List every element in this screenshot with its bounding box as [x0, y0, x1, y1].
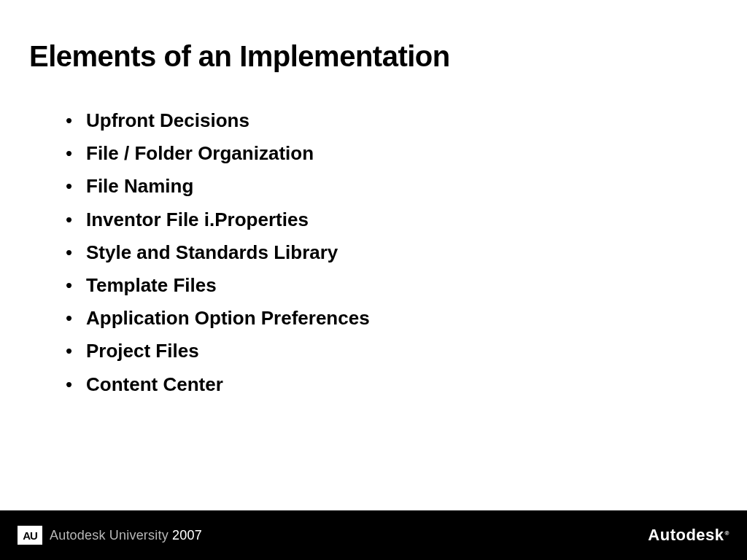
footer-left-text: Autodesk University 2007	[50, 528, 202, 543]
slide-body: Elements of an Implementation • Upfront …	[0, 0, 747, 510]
au-badge-icon: AU	[18, 526, 42, 545]
bullet-text: Project Files	[86, 340, 199, 362]
footer-right: Autodesk®	[648, 526, 729, 545]
bullet-icon: •	[66, 209, 86, 231]
list-item: • File / Folder Organization	[66, 142, 718, 165]
bullet-icon: •	[66, 373, 86, 396]
autodesk-logo: Autodesk®	[648, 526, 729, 545]
bullet-icon: •	[66, 340, 86, 362]
list-item: • Style and Standards Library	[66, 241, 718, 264]
bullet-text: File / Folder Organization	[86, 142, 314, 165]
bullet-icon: •	[66, 175, 86, 198]
slide-title: Elements of an Implementation	[29, 40, 718, 73]
bullet-text: File Naming	[86, 175, 193, 198]
bullet-icon: •	[66, 142, 86, 165]
footer-year: 2007	[172, 528, 202, 542]
slide-footer: AU Autodesk University 2007 Autodesk®	[0, 510, 747, 560]
list-item: • Inventor File i.Properties	[66, 209, 718, 231]
list-item: • Application Option Preferences	[66, 307, 718, 330]
registered-icon: ®	[725, 530, 729, 537]
bullet-text: Template Files	[86, 274, 217, 297]
list-item: • Content Center	[66, 373, 718, 396]
bullet-icon: •	[66, 274, 86, 297]
bullet-list: • Upfront Decisions • File / Folder Orga…	[29, 109, 718, 396]
autodesk-text: Autodesk	[648, 526, 724, 545]
bullet-icon: •	[66, 109, 86, 132]
list-item: • Template Files	[66, 274, 718, 297]
bullet-text: Content Center	[86, 373, 223, 396]
footer-left: AU Autodesk University 2007	[18, 526, 202, 545]
bullet-icon: •	[66, 307, 86, 330]
list-item: • File Naming	[66, 175, 718, 198]
bullet-text: Application Option Preferences	[86, 307, 370, 330]
footer-org: Autodesk University	[50, 528, 172, 542]
bullet-icon: •	[66, 241, 86, 264]
list-item: • Upfront Decisions	[66, 109, 718, 132]
list-item: • Project Files	[66, 340, 718, 362]
bullet-text: Inventor File i.Properties	[86, 209, 309, 231]
bullet-text: Style and Standards Library	[86, 241, 338, 264]
bullet-text: Upfront Decisions	[86, 109, 249, 132]
